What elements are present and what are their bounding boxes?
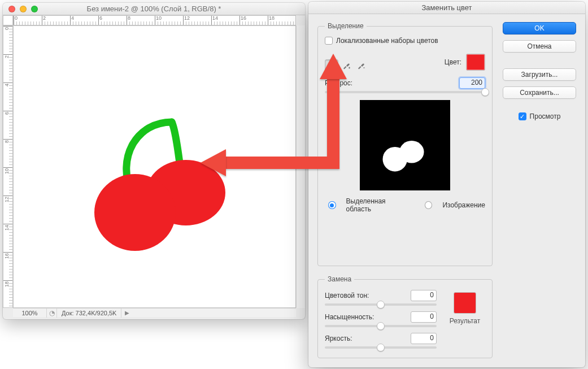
zoom-window-button[interactable] <box>31 6 38 12</box>
ruler-origin[interactable] <box>3 15 13 25</box>
lightness-slider[interactable] <box>325 346 437 349</box>
ruler-h-tick: 6 <box>99 15 102 21</box>
status-bar: 100% ◔ Док: 732,4K/920,5K ▶ <box>13 308 296 317</box>
doc-size-readout[interactable]: Док: 732,4K/920,5K <box>57 309 121 318</box>
replacement-group: Замена Цветовой тон: 0 <box>317 275 493 358</box>
horizontal-ruler[interactable]: 024681012141618 <box>13 15 296 25</box>
lightness-label: Яркость: <box>325 335 387 342</box>
titlebar: Без имени-2 @ 100% (Слой 1, RGB/8) * <box>3 3 305 15</box>
preview-selection-label: Выделенная область <box>346 197 410 213</box>
fuzziness-label: Разброс: <box>325 79 387 87</box>
load-button[interactable]: Загрузить... <box>503 68 576 81</box>
ruler-v-tick: 16 <box>4 253 10 259</box>
ruler-h-tick: 18 <box>269 15 275 21</box>
ruler-v-tick: 18 <box>4 281 10 287</box>
ruler-h-tick: 16 <box>241 15 246 21</box>
hue-value[interactable]: 0 <box>411 290 437 301</box>
canvas[interactable] <box>14 26 295 307</box>
ruler-h-tick: 12 <box>184 15 190 21</box>
ruler-v-tick: 8 <box>4 140 10 143</box>
zoom-readout[interactable]: 100% <box>13 309 47 318</box>
ruler-h-tick: 14 <box>212 15 218 21</box>
cherries-artwork <box>93 105 239 252</box>
selection-group: Выделение Локализованные наборы цветов <box>317 22 493 266</box>
selection-color-swatch[interactable] <box>466 54 485 71</box>
preview-image-radio[interactable] <box>425 201 433 209</box>
selection-group-label: Выделение <box>325 22 367 30</box>
ruler-h-tick: 8 <box>128 15 130 21</box>
vertical-ruler[interactable]: 024681012141618 <box>3 25 13 308</box>
save-button[interactable]: Сохранить... <box>503 86 576 99</box>
vertical-scrollbar[interactable] <box>296 25 305 308</box>
saturation-label: Насыщенность: <box>325 313 387 321</box>
close-window-button[interactable] <box>8 6 15 12</box>
hue-label: Цветовой тон: <box>325 292 387 299</box>
svg-point-3 <box>383 147 407 171</box>
svg-point-1 <box>94 174 176 251</box>
status-menu-arrow[interactable]: ▶ <box>125 309 129 318</box>
info-icon[interactable]: ◔ <box>47 309 57 318</box>
ruler-h-tick: 10 <box>156 15 162 21</box>
cancel-button[interactable]: Отмена <box>503 40 576 53</box>
eyedropper-subtract-tool[interactable] <box>354 59 368 72</box>
eyedropper-minus-icon <box>356 61 365 70</box>
ruler-v-tick: 14 <box>4 225 10 231</box>
ruler-v-tick: 10 <box>4 168 10 174</box>
eyedropper-icon <box>327 61 336 70</box>
saturation-value[interactable]: 0 <box>411 311 437 323</box>
localized-clusters-checkbox[interactable] <box>325 37 333 45</box>
fuzziness-value[interactable]: 200 <box>459 77 485 89</box>
dialog-title: Заменить цвет <box>308 2 585 14</box>
result-color-swatch[interactable] <box>454 292 476 314</box>
eyedropper-add-tool[interactable] <box>339 59 353 72</box>
ruler-v-tick: 2 <box>4 55 10 58</box>
color-label: Цвет: <box>445 58 461 66</box>
ok-button[interactable]: OK <box>503 22 576 34</box>
ruler-v-tick: 4 <box>4 84 10 86</box>
eyedropper-tool[interactable] <box>325 59 338 72</box>
ruler-h-tick: 2 <box>43 15 46 21</box>
ruler-h-tick: 4 <box>71 15 74 21</box>
selection-preview[interactable] <box>360 100 450 190</box>
preview-checkbox[interactable]: ✓ <box>519 112 526 120</box>
canvas-viewport[interactable] <box>13 25 296 308</box>
preview-checkbox-label: Просмотр <box>530 112 561 120</box>
document-window: Без имени-2 @ 100% (Слой 1, RGB/8) * 024… <box>3 3 305 319</box>
ruler-v-tick: 0 <box>4 27 10 30</box>
result-label: Результат <box>450 317 481 325</box>
ruler-h-tick: 0 <box>15 15 18 21</box>
replacement-group-label: Замена <box>325 275 354 283</box>
fuzziness-slider[interactable] <box>325 91 485 93</box>
preview-selection-radio[interactable] <box>328 201 336 209</box>
hue-slider[interactable] <box>325 303 437 306</box>
minimize-window-button[interactable] <box>20 6 27 12</box>
preview-image-label: Изображение <box>442 201 485 209</box>
document-title: Без имени-2 @ 100% (Слой 1, RGB/8) * <box>3 5 305 13</box>
replace-color-dialog: Заменить цвет Выделение Локализованные н… <box>308 2 585 367</box>
localized-clusters-label: Локализованные наборы цветов <box>336 37 438 45</box>
ruler-v-tick: 6 <box>4 112 10 115</box>
eyedropper-plus-icon <box>342 61 351 70</box>
lightness-value[interactable]: 0 <box>411 333 437 344</box>
ruler-v-tick: 12 <box>4 197 10 202</box>
saturation-slider[interactable] <box>325 325 437 327</box>
